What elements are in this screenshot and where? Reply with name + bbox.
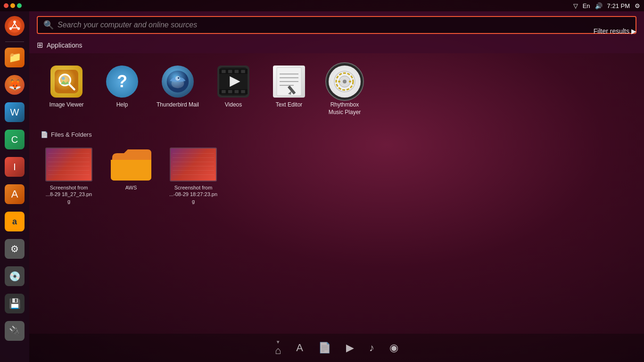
- file-tile-screenshot2[interactable]: Screenshot from...-08-29 18:27:23.png: [165, 144, 222, 208]
- help-icon: ?: [106, 66, 138, 98]
- app-tile-icon-image-viewer: [50, 65, 83, 99]
- app-tile-help[interactable]: ? Help: [96, 61, 148, 120]
- disk2-icon: 💾: [5, 294, 25, 313]
- search-input[interactable]: [58, 21, 630, 29]
- svg-point-13: [178, 77, 179, 79]
- image-viewer-icon: [50, 66, 83, 98]
- maximize-button[interactable]: [17, 3, 22, 8]
- launcher-divider: [5, 41, 24, 42]
- lang-icon[interactable]: En: [583, 2, 590, 9]
- app-tile-icon-rhythmbox: [328, 65, 362, 99]
- svg-rect-22: [228, 90, 232, 93]
- music-dock-icon: ♪: [369, 342, 374, 354]
- thunderbird-icon: [162, 66, 194, 98]
- app-tile-icon-videos: [216, 65, 250, 99]
- launcher-item-amazon[interactable]: a: [2, 209, 27, 234]
- videos-icon: [217, 66, 249, 98]
- impress-icon: I: [5, 157, 25, 177]
- app-tile-icon-help: ?: [105, 65, 139, 99]
- svg-rect-23: [235, 90, 239, 93]
- file-label-screenshot1: Screenshot from...8-29 18_27_23.png: [44, 184, 93, 205]
- search-icon: 🔍: [43, 20, 54, 30]
- launcher-item-system-settings[interactable]: ⚙: [2, 236, 27, 262]
- svg-point-35: [343, 80, 347, 83]
- launcher-item-disk2[interactable]: 💾: [2, 291, 27, 316]
- svg-rect-21: [222, 90, 226, 93]
- minimize-button[interactable]: [10, 3, 15, 8]
- clock: 7:21 PM: [607, 2, 630, 9]
- file-label-aws: AWS: [125, 184, 137, 191]
- system-settings-icon: ⚙: [5, 239, 25, 259]
- filter-results-button[interactable]: Filter results ▶: [594, 27, 636, 35]
- svg-rect-19: [241, 70, 245, 73]
- close-button[interactable]: [4, 3, 8, 8]
- app-tile-label-text-editor: Text Editor: [276, 101, 303, 109]
- launcher-item-writer[interactable]: W: [2, 99, 27, 125]
- launcher-item-usb[interactable]: 🔌: [2, 318, 27, 344]
- rhythmbox-icon: [329, 66, 361, 98]
- dock-item-photo[interactable]: ◉: [389, 342, 398, 354]
- dock-item-music[interactable]: ♪: [369, 342, 374, 354]
- applications-header: ⊞ Applications: [37, 36, 636, 53]
- file-tile-aws[interactable]: AWS: [103, 144, 159, 208]
- files-icon: 📁: [5, 48, 25, 67]
- disk-icon: 💿: [5, 266, 25, 286]
- topbar: ▽ En 🔊 7:21 PM ⚙: [0, 0, 644, 11]
- main-content: 🔍 Filter results ▶ ⊞ Applications: [29, 11, 644, 362]
- writer-icon: W: [5, 102, 25, 122]
- launcher-item-ubuntu[interactable]: [2, 13, 27, 39]
- files-section-icon: 📄: [41, 131, 48, 138]
- launcher-item-disk[interactable]: 💿: [2, 263, 27, 289]
- svg-rect-17: [228, 70, 232, 73]
- home-icon[interactable]: ⌂: [275, 345, 281, 357]
- volume-icon: 🔊: [595, 2, 603, 9]
- dock-item-video[interactable]: ▶: [346, 342, 354, 354]
- app-tile-rhythmbox[interactable]: Rhythmbox Music Player: [319, 61, 371, 120]
- firefox-icon: 🦊: [5, 75, 25, 95]
- app-section-icon: ⊞: [37, 41, 43, 49]
- app-tile-icon-thunderbird: [161, 65, 195, 99]
- files-section-label: Files & Folders: [51, 131, 92, 138]
- svg-rect-37: [349, 81, 351, 82]
- amazon-icon: a: [5, 212, 25, 231]
- power-icon[interactable]: ⚙: [635, 2, 640, 9]
- applications-label: Applications: [47, 41, 83, 49]
- app-tile-icon-text-editor: [272, 65, 306, 99]
- file-thumb-screen1: [46, 148, 91, 181]
- app-tile-text-editor[interactable]: Text Editor: [263, 61, 315, 120]
- app-tile-label-image-viewer: Image Viewer: [49, 101, 83, 109]
- appstore-icon: A: [5, 184, 25, 204]
- launcher-item-files[interactable]: 📁: [2, 45, 27, 70]
- text-editor-icon: [273, 66, 305, 98]
- launcher-item-calc[interactable]: C: [2, 127, 27, 152]
- dock-item-home[interactable]: ▼ ⌂: [275, 339, 281, 357]
- svg-rect-16: [222, 70, 226, 73]
- file-label-screenshot2: Screenshot from...-08-29 18:27:23.png: [169, 184, 218, 205]
- dock-arrow: ▼: [276, 339, 281, 345]
- app-tile-videos[interactable]: Videos: [207, 61, 259, 120]
- calc-icon: C: [5, 130, 25, 149]
- search-bar-container: 🔍: [37, 16, 636, 34]
- svg-rect-24: [241, 90, 245, 93]
- filter-results-arrow: ▶: [631, 27, 636, 35]
- launcher-item-appstore[interactable]: A: [2, 181, 27, 207]
- app-tile-thunderbird[interactable]: Thunderbird Mail: [152, 61, 204, 120]
- file-thumbnail-screenshot1: [45, 148, 92, 181]
- video-dock-icon: ▶: [346, 342, 354, 354]
- svg-rect-36: [338, 81, 340, 82]
- apps-dock-icon: A: [296, 342, 303, 354]
- app-tile-image-viewer[interactable]: Image Viewer: [41, 61, 92, 120]
- launcher-item-impress[interactable]: I: [2, 154, 27, 180]
- bottom-dock: ▼ ⌂ A 📄 ▶ ♪ ◉: [29, 334, 644, 362]
- wifi-icon: ▽: [573, 2, 578, 9]
- launcher-item-firefox[interactable]: 🦊: [2, 72, 27, 98]
- svg-rect-18: [235, 70, 239, 73]
- dock-item-files[interactable]: 📄: [318, 342, 331, 354]
- file-thumb-screen2: [171, 148, 216, 181]
- apps-section: Image Viewer ? Help: [29, 53, 644, 127]
- file-thumbnail-screenshot2: [170, 148, 217, 181]
- dock-item-apps[interactable]: A: [296, 342, 303, 354]
- svg-point-12: [175, 76, 180, 81]
- app-tile-label-rhythmbox: Rhythmbox Music Player: [322, 101, 367, 116]
- file-tile-screenshot1[interactable]: Screenshot from...8-29 18_27_23.png: [41, 144, 97, 208]
